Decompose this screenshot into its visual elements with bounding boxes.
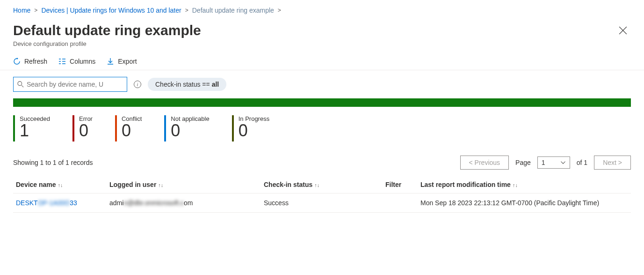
col-last-report-time[interactable]: Last report modification time↑↓ [418, 176, 631, 193]
search-icon [17, 81, 24, 88]
stats-row: Succeeded 1 Error 0 Conflict 0 Not appli… [0, 107, 644, 152]
page-label: Page [515, 159, 531, 166]
pagination: < Previous Page 1 of 1 Next > [460, 156, 631, 170]
columns-button[interactable]: Columns [58, 58, 95, 65]
breadcrumb-devices[interactable]: Devices | Update rings for Windows 10 an… [41, 7, 181, 14]
columns-icon [58, 58, 66, 65]
page-subtitle: Device configuration profile [13, 40, 201, 47]
stat-color-bar [164, 115, 166, 141]
stat-color-bar [13, 115, 15, 141]
stat-value: 0 [79, 122, 93, 139]
chevron-right-icon: > [278, 7, 281, 14]
page-title: Default update ring example [13, 22, 201, 38]
toolbar: Refresh Columns Export [0, 51, 644, 70]
table-body: DESKTOP-1A00O33 admin@dbr.onmicrosoft.co… [13, 193, 631, 213]
col-filter[interactable]: Filter [383, 176, 418, 193]
svg-point-0 [18, 82, 22, 86]
page-header: Default update ring example Device confi… [0, 18, 644, 51]
filter-row: i Check-in status == all [0, 70, 644, 98]
breadcrumb-current[interactable]: Default update ring example [192, 7, 274, 14]
status-filter-label: Check-in status == [155, 81, 212, 88]
stat-not-applicable[interactable]: Not applicable 0 [164, 115, 209, 141]
page-number: 1 [542, 159, 545, 166]
chevron-right-icon: > [34, 7, 37, 14]
stat-value: 0 [171, 122, 209, 139]
stat-value: 0 [122, 122, 142, 139]
col-device-name[interactable]: Device name↑↓ [13, 176, 107, 193]
sort-icon: ↑↓ [158, 182, 163, 188]
cell-user: admin@dbr.onmicrosoft.com [107, 193, 261, 213]
export-label: Export [118, 58, 137, 65]
refresh-button[interactable]: Refresh [13, 58, 47, 65]
stat-in-progress[interactable]: In Progress 0 [232, 115, 269, 141]
info-icon[interactable]: i [134, 81, 141, 88]
stat-error[interactable]: Error 0 [72, 115, 93, 141]
refresh-label: Refresh [24, 58, 47, 65]
of-label: of 1 [577, 159, 587, 166]
breadcrumb-home[interactable]: Home [13, 7, 30, 14]
search-box[interactable] [13, 77, 127, 92]
stat-succeeded[interactable]: Succeeded 1 [13, 115, 50, 141]
refresh-icon [13, 58, 21, 65]
stat-color-bar [115, 115, 117, 141]
export-button[interactable]: Export [107, 58, 137, 65]
stat-color-bar [232, 115, 234, 141]
results-table: Device name↑↓ Logged in user↑↓ Check-in … [13, 176, 631, 213]
progress-bar [13, 98, 631, 107]
table-row[interactable]: DESKTOP-1A00O33 admin@dbr.onmicrosoft.co… [13, 193, 631, 213]
sort-icon: ↑↓ [58, 182, 63, 188]
columns-label: Columns [70, 58, 95, 65]
close-button[interactable] [615, 22, 631, 41]
col-checkin-status[interactable]: Check-in status↑↓ [261, 176, 383, 193]
search-input[interactable] [27, 81, 123, 88]
table-top: Showing 1 to 1 of 1 records < Previous P… [0, 152, 644, 176]
close-icon [619, 26, 627, 35]
sort-icon: ↑↓ [314, 182, 319, 188]
cell-time: Mon Sep 18 2023 22:13:12 GMT-0700 (Pacif… [418, 193, 631, 213]
chevron-down-icon [560, 160, 566, 165]
next-button[interactable]: Next > [594, 156, 631, 170]
stat-value: 0 [239, 122, 269, 139]
stat-color-bar [72, 115, 74, 141]
cell-device-name[interactable]: DESKTOP-1A00O33 [13, 193, 107, 213]
page-select[interactable]: 1 [537, 156, 570, 169]
export-icon [107, 58, 114, 65]
cell-status: Success [261, 193, 383, 213]
sort-icon: ↑↓ [513, 182, 518, 188]
chevron-right-icon: > [185, 7, 188, 14]
records-text: Showing 1 to 1 of 1 records [13, 159, 93, 166]
stat-conflict[interactable]: Conflict 0 [115, 115, 142, 141]
status-filter-value: all [212, 81, 219, 88]
breadcrumb: Home > Devices | Update rings for Window… [0, 0, 644, 18]
stat-value: 1 [20, 122, 50, 139]
previous-button[interactable]: < Previous [460, 156, 509, 170]
status-filter-pill[interactable]: Check-in status == all [148, 78, 226, 91]
col-logged-user[interactable]: Logged in user↑↓ [107, 176, 261, 193]
cell-filter [383, 193, 418, 213]
table-header-row: Device name↑↓ Logged in user↑↓ Check-in … [13, 176, 631, 193]
